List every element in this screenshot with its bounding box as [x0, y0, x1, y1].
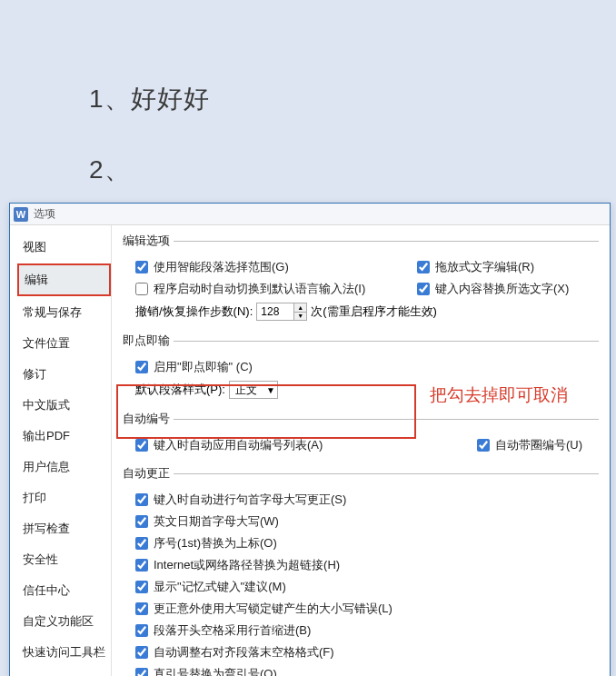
label-ac-8: 直引号替换为弯引号(Q)	[154, 666, 277, 676]
options-dialog: W 选项 视图 编辑 常规与保存 文件位置 修订 中文版式 输出PDF 用户信息…	[9, 203, 611, 676]
checkbox-ac-3[interactable]	[135, 559, 148, 572]
label-default-ime: 程序启动时自动切换到默认语言输入法(I)	[154, 281, 365, 297]
group-edit-options: 编辑选项 使用智能段落选择范围(G) 拖放式文字编辑(R) 程序启动时自动切换到…	[123, 233, 599, 323]
sidebar-item-trust-center[interactable]: 信任中心	[17, 576, 111, 605]
doc-line-2: 2、	[89, 153, 616, 187]
select-default-style[interactable]: 正文 ▼	[229, 381, 278, 399]
annotation-text: 把勾去掉即可取消	[430, 383, 568, 407]
checkbox-ac-8[interactable]	[135, 668, 148, 676]
checkbox-ac-0[interactable]	[135, 493, 148, 506]
sidebar-item-quick-access[interactable]: 快速访问工具栏	[17, 638, 111, 667]
sidebar-item-edit[interactable]: 编辑	[17, 263, 111, 296]
label-drag-edit: 拖放式文字编辑(R)	[435, 259, 534, 275]
options-content: 编辑选项 使用智能段落选择范围(G) 拖放式文字编辑(R) 程序启动时自动切换到…	[112, 225, 610, 676]
checkbox-ac-2[interactable]	[135, 537, 148, 550]
spinner-up-icon[interactable]: ▲	[294, 303, 306, 313]
spinner-undo-steps[interactable]: ▲ ▼	[256, 303, 307, 321]
label-default-style: 默认段落样式(P):	[135, 382, 225, 398]
checkbox-ac-1[interactable]	[135, 515, 148, 528]
label-auto-number-list: 键入时自动应用自动编号列表(A)	[154, 437, 323, 453]
options-sidebar: 视图 编辑 常规与保存 文件位置 修订 中文版式 输出PDF 用户信息 打印 拼…	[10, 225, 112, 676]
label-ac-3: Internet或网络路径替换为超链接(H)	[154, 557, 340, 573]
checkbox-ac-7[interactable]	[135, 646, 148, 659]
input-undo-steps[interactable]	[257, 303, 293, 320]
label-ac-1: 英文日期首字母大写(W)	[154, 513, 279, 530]
checkbox-ac-5[interactable]	[135, 602, 148, 615]
label-ac-7: 自动调整右对齐段落末空格格式(F)	[154, 644, 334, 661]
app-icon: W	[14, 207, 28, 222]
group-auto-number-legend: 自动编号	[123, 411, 174, 427]
label-enable-click-input: 启用"即点即输" (C)	[154, 359, 253, 375]
checkbox-overwrite[interactable]	[417, 283, 430, 295]
checkbox-circled-number[interactable]	[477, 439, 490, 452]
checkbox-default-ime[interactable]	[135, 283, 148, 295]
sidebar-item-print[interactable]: 打印	[17, 483, 111, 512]
group-click-input-legend: 即点即输	[123, 333, 174, 349]
checkbox-drag-edit[interactable]	[417, 261, 430, 273]
label-smart-select: 使用智能段落选择范围(G)	[154, 259, 289, 275]
checkbox-ac-6[interactable]	[135, 624, 148, 637]
label-overwrite: 键入内容替换所选文字(X)	[435, 281, 569, 297]
group-auto-correct: 自动更正 键入时自动进行句首字母大写更正(S) 英文日期首字母大写(W) 序号(…	[123, 465, 599, 676]
sidebar-item-general-save[interactable]: 常规与保存	[17, 298, 111, 327]
sidebar-item-security[interactable]: 安全性	[17, 545, 111, 574]
sidebar-item-customize-ribbon[interactable]: 自定义功能区	[17, 607, 111, 636]
checkbox-smart-select[interactable]	[135, 261, 148, 273]
label-undo-steps: 撤销/恢复操作步数(N):	[135, 303, 253, 320]
sidebar-item-output-pdf[interactable]: 输出PDF	[17, 422, 111, 451]
label-ac-0: 键入时自动进行句首字母大写更正(S)	[154, 492, 346, 508]
select-default-style-value: 正文	[235, 383, 257, 398]
label-ac-6: 段落开头空格采用行首缩进(B)	[154, 622, 311, 639]
sidebar-item-file-location[interactable]: 文件位置	[17, 329, 111, 358]
label-undo-suffix: 次(需重启程序才能生效)	[311, 303, 437, 320]
label-circled-number: 自动带圈编号(U)	[495, 437, 582, 453]
label-ac-2: 序号(1st)替换为上标(O)	[154, 535, 277, 552]
group-auto-correct-legend: 自动更正	[123, 465, 174, 482]
label-ac-5: 更正意外使用大写锁定键产生的大小写错误(L)	[154, 601, 392, 617]
dialog-titlebar[interactable]: W 选项	[10, 204, 610, 225]
sidebar-item-chinese-layout[interactable]: 中文版式	[17, 391, 111, 420]
checkbox-auto-number-list[interactable]	[135, 439, 148, 452]
checkbox-ac-4[interactable]	[135, 581, 148, 593]
dialog-title: 选项	[34, 206, 55, 222]
chevron-down-icon: ▼	[266, 385, 275, 395]
sidebar-item-spellcheck[interactable]: 拼写检查	[17, 514, 111, 543]
checkbox-enable-click-input[interactable]	[135, 361, 148, 373]
label-ac-4: 显示"记忆式键入"建议(M)	[154, 579, 286, 595]
doc-line-1: 1、好好好	[89, 82, 616, 116]
spinner-down-icon[interactable]: ▼	[294, 313, 306, 321]
group-edit-legend: 编辑选项	[123, 233, 174, 249]
document-area: 1、好好好 2、	[0, 0, 616, 187]
sidebar-item-user-info[interactable]: 用户信息	[17, 452, 111, 482]
sidebar-item-view[interactable]: 视图	[17, 233, 111, 262]
group-auto-number: 自动编号 键入时自动应用自动编号列表(A) 自动带圈编号(U)	[123, 411, 599, 456]
sidebar-item-revision[interactable]: 修订	[17, 360, 111, 389]
